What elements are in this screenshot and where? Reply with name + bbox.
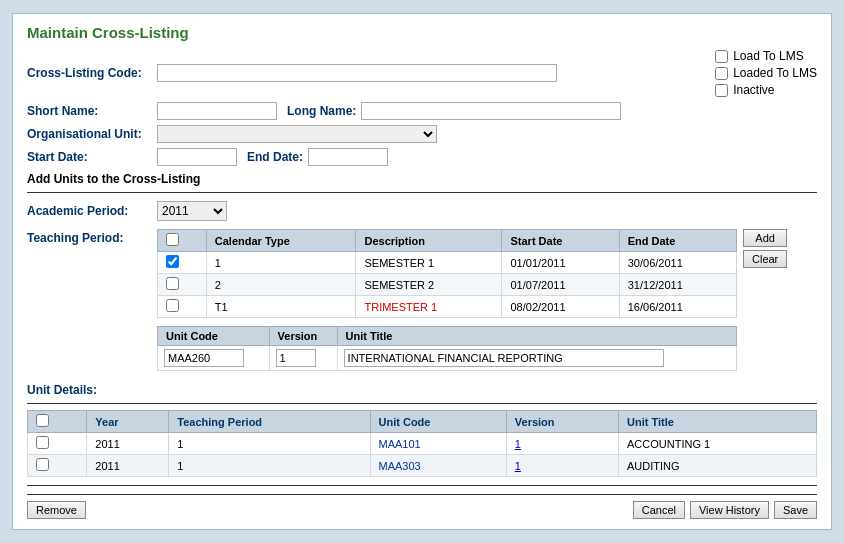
academic-period-row: Academic Period: 2011 2012 2010: [27, 201, 817, 221]
th-description: Description: [356, 230, 502, 252]
teaching-all-checkbox[interactable]: [166, 233, 179, 246]
short-name-label: Short Name:: [27, 104, 157, 118]
lower-row-checkbox[interactable]: [36, 458, 49, 471]
th-version: Version: [269, 327, 337, 346]
lower-table-row: 20111MAA3031AUDITING: [28, 455, 817, 477]
lth-version: Version: [506, 411, 618, 433]
short-name-input[interactable]: [157, 102, 277, 120]
version-link[interactable]: 1: [515, 460, 521, 472]
divider-2: [27, 403, 817, 404]
lth-year: Year: [87, 411, 169, 433]
date-row: Start Date: End Date:: [27, 148, 817, 166]
unit-details-label-row: Unit Details:: [27, 383, 817, 397]
start-date-label: Start Date:: [27, 150, 157, 164]
teaching-row-checkbox[interactable]: [166, 277, 179, 290]
inactive-checkbox[interactable]: [715, 84, 728, 97]
loaded-to-lms-row: Loaded To LMS: [715, 66, 817, 80]
loaded-to-lms-label: Loaded To LMS: [733, 66, 817, 80]
unit-details-main-label: Unit Details:: [27, 383, 157, 397]
unit-details-container: Unit Code Version Unit Title: [157, 326, 737, 371]
add-units-label: Add Units to the Cross-Listing: [27, 172, 817, 186]
teaching-row-checkbox[interactable]: [166, 299, 179, 312]
unit_code-cell: MAA303: [370, 455, 506, 477]
cancel-button[interactable]: Cancel: [633, 501, 685, 519]
page-title: Maintain Cross-Listing: [27, 24, 817, 41]
load-to-lms-label: Load To LMS: [733, 49, 804, 63]
unit-details-row: [158, 346, 737, 371]
lth-check: [28, 411, 87, 433]
inactive-row: Inactive: [715, 83, 774, 97]
unit-title-cell-lower: AUDITING: [619, 455, 817, 477]
description-cell: SEMESTER 1: [356, 252, 502, 274]
bottom-right-buttons: Cancel View History Save: [633, 501, 817, 519]
year-cell: 2011: [87, 455, 169, 477]
long-name-input[interactable]: [361, 102, 621, 120]
teaching_period-cell: 1: [169, 433, 370, 455]
teaching-period-label: Teaching Period:: [27, 229, 157, 245]
org-unit-label: Organisational Unit:: [27, 127, 157, 141]
unit-code-input[interactable]: [164, 349, 244, 367]
unit-title-input[interactable]: [344, 349, 664, 367]
org-unit-select[interactable]: [157, 125, 437, 143]
lth-teaching-period: Teaching Period: [169, 411, 370, 433]
view-history-button[interactable]: View History: [690, 501, 769, 519]
teaching-table-row: 2SEMESTER 201/07/201131/12/2011: [158, 274, 737, 296]
teaching-table-row: 1SEMESTER 101/01/201130/06/2011: [158, 252, 737, 274]
end-date-input[interactable]: [308, 148, 388, 166]
org-unit-row: Organisational Unit:: [27, 125, 817, 143]
unit-code-cell: [158, 346, 270, 371]
lower-table-header: Year Teaching Period Unit Code Version U…: [28, 411, 817, 433]
lower-row-checkbox[interactable]: [36, 436, 49, 449]
divider-3: [27, 485, 817, 486]
th-unit-title: Unit Title: [337, 327, 736, 346]
end-date-label: End Date:: [247, 150, 303, 164]
teaching-period-table-wrapper: Calendar Type Description Start Date End…: [157, 229, 737, 375]
lth-unit-code: Unit Code: [370, 411, 506, 433]
teaching-table-row: T1TRIMESTER 108/02/201116/06/2011: [158, 296, 737, 318]
teaching_period-cell: 1: [169, 455, 370, 477]
calendar-type-cell: 2: [206, 274, 356, 296]
right-options: Load To LMS Loaded To LMS Inactive: [715, 49, 817, 97]
unit-table-header: Unit Code Version Unit Title: [158, 327, 737, 346]
th-unit-code: Unit Code: [158, 327, 270, 346]
academic-period-label: Academic Period:: [27, 204, 157, 218]
year-cell: 2011: [87, 433, 169, 455]
cross-listing-code-input[interactable]: [157, 64, 557, 82]
version-cell: 1: [506, 455, 618, 477]
add-clear-buttons: Add Clear: [743, 229, 787, 268]
short-long-name-row: Short Name: Long Name:: [27, 102, 817, 120]
teaching-period-row: Teaching Period: Calendar Type Descripti…: [27, 229, 817, 375]
th-check: [158, 230, 207, 252]
calendar-type-cell: 1: [206, 252, 356, 274]
teaching-period-table: Calendar Type Description Start Date End…: [157, 229, 737, 318]
academic-period-select[interactable]: 2011 2012 2010: [157, 201, 227, 221]
load-to-lms-row: Load To LMS: [715, 49, 804, 63]
load-to-lms-checkbox[interactable]: [715, 50, 728, 63]
clear-button[interactable]: Clear: [743, 250, 787, 268]
bottom-bar: Remove Cancel View History Save: [27, 494, 817, 519]
lower-all-checkbox[interactable]: [36, 414, 49, 427]
unit-title-cell-lower: ACCOUNTING 1: [619, 433, 817, 455]
start-date-input[interactable]: [157, 148, 237, 166]
main-container: Maintain Cross-Listing Cross-Listing Cod…: [12, 13, 832, 530]
add-button[interactable]: Add: [743, 229, 787, 247]
save-button[interactable]: Save: [774, 501, 817, 519]
unit-version-cell: [269, 346, 337, 371]
description-cell: SEMESTER 2: [356, 274, 502, 296]
version-link[interactable]: 1: [515, 438, 521, 450]
remove-button[interactable]: Remove: [27, 501, 86, 519]
end-date-cell: 16/06/2011: [619, 296, 736, 318]
start-date-cell: 01/07/2011: [502, 274, 619, 296]
teaching-table-header: Calendar Type Description Start Date End…: [158, 230, 737, 252]
lth-unit-title: Unit Title: [619, 411, 817, 433]
unit-version-input[interactable]: [276, 349, 316, 367]
version-cell: 1: [506, 433, 618, 455]
lower-table-row: 20111MAA1011ACCOUNTING 1: [28, 433, 817, 455]
start-date-cell: 08/02/2011: [502, 296, 619, 318]
loaded-to-lms-checkbox[interactable]: [715, 67, 728, 80]
teaching-row-checkbox[interactable]: [166, 255, 179, 268]
unit-title-cell: [337, 346, 736, 371]
long-name-label: Long Name:: [287, 104, 356, 118]
calendar-type-cell: T1: [206, 296, 356, 318]
unit-table: Unit Code Version Unit Title: [157, 326, 737, 371]
